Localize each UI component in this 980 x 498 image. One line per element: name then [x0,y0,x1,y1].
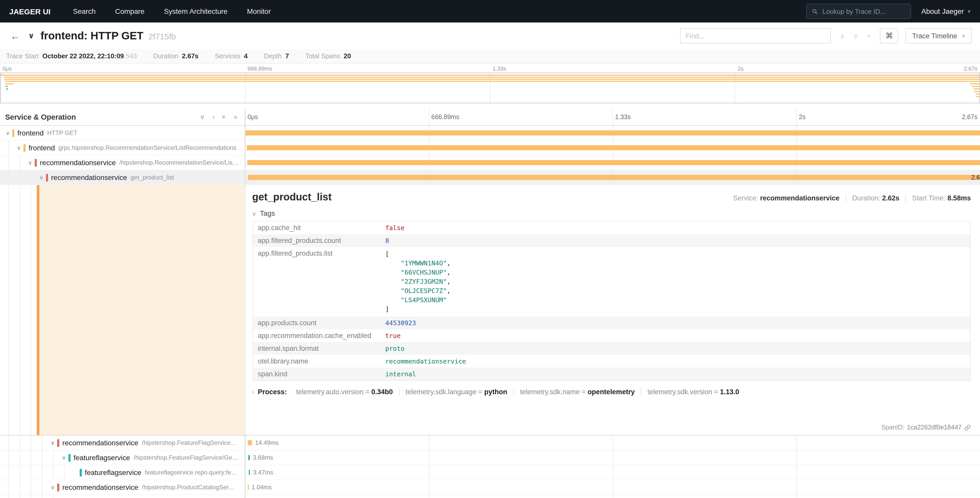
span-timeline-cell[interactable]: 1.04ms [245,480,980,495]
tag-key: otel.library.name [252,355,380,368]
service-name: frontend [29,144,55,152]
prev-result-icon[interactable]: ∧ [840,32,845,40]
back-button[interactable]: ← [8,31,22,41]
nav-item-system-architecture[interactable]: System Architecture [164,7,228,15]
tag-value: 8 [380,234,970,247]
span-timeline-cell[interactable]: 2.62s [245,170,980,185]
trace-title-text: frontend: HTTP GET [40,30,143,42]
tick-label: 2s [799,113,805,120]
span-toggle-icon[interactable]: ∨ [37,174,46,181]
span-timeline-cell[interactable] [245,495,980,498]
span-tree-cell[interactable]: ∨frontendHTTP GET [0,126,245,140]
span-timeline-cell[interactable] [245,140,980,155]
tag-value: recommendationservice [380,355,970,368]
span-bar[interactable] [248,455,250,460]
tag-value: [ "1YMWWN1N4O", "66VCHSJNUP", "2ZYFJ3GM2… [380,247,970,316]
minimap-span-bar [5,83,14,85]
span-timeline-cell[interactable]: 3.47ms [245,465,980,480]
span-id-value: 1ca2262df0e18447 [907,424,962,431]
span-toggle-icon[interactable]: ∨ [3,129,12,136]
minimap-span-bar [970,83,980,85]
span-toggle-icon[interactable]: ∨ [59,454,68,461]
span-toggle-icon[interactable]: ∨ [48,439,57,446]
nav-item-monitor[interactable]: Monitor [247,7,271,15]
process-accordion-toggle[interactable]: ›Process:telemetry.auto.version = 0.34b0… [252,388,971,396]
span-timeline-cell[interactable]: 14.49ms [245,436,980,450]
tag-value: proto [380,342,970,355]
service-color-strip [68,454,70,461]
span-bar[interactable] [248,175,980,180]
app-logo[interactable]: JAEGER UI [9,7,51,16]
service-name: recommendationservice [40,158,116,167]
span-timeline-cell[interactable] [245,155,980,170]
process-attr: telemetry.auto.version = 0.34b0 [290,388,399,396]
keyboard-shortcuts-button[interactable]: ⌘ [880,28,899,43]
copy-link-icon[interactable] [964,424,971,431]
service-color-strip [46,174,48,181]
collapse-header-icon[interactable]: ∨ [28,31,34,40]
span-duration-label: 1.04ms [251,484,272,491]
minimap-canvas[interactable] [0,73,980,103]
span-row[interactable]: ∨frontendgrpc.hipstershop.Recommendation… [0,140,980,155]
span-row[interactable]: ∨frontendHTTP GET [0,126,980,140]
span-row[interactable]: ∨recommendationservice/hipstershop.Recom… [0,155,980,170]
span-timeline-cell[interactable] [245,126,980,140]
nav-item-compare[interactable]: Compare [115,7,144,15]
span-detail-meta: Service: recommendationserviceDuration: … [733,194,971,202]
span-tree-cell[interactable]: ∨recommendationservice/hipstershop.Featu… [0,436,245,450]
span-row[interactable]: ∨featureflagservice/hipstershop.FeatureF… [0,450,980,465]
span-toggle-icon[interactable]: ∨ [14,144,24,151]
tag-value: 44530923 [380,316,970,329]
span-tree-cell[interactable]: ∨recommendationservice/hipstershop.Recom… [0,155,245,170]
collapse-one-icon[interactable]: › [212,113,215,121]
timeline-minimap: 0μs666.89ms1.33s2s2.67s [0,64,980,103]
tag-value: internal [380,368,970,381]
span-row[interactable]: featureflagservicefeatureflagservice.rep… [0,465,980,480]
collapse-all-icon[interactable]: » [234,113,237,121]
minimap-span-bar [975,91,980,92]
service-name: featureflagservice [85,468,141,477]
span-bar[interactable] [245,130,980,136]
span-bar[interactable] [248,440,252,445]
span-tree-cell[interactable]: ∨recommendationservice/hipstershop.Produ… [0,480,245,495]
tag-row: app.cache_hitfalse [252,221,970,234]
trace-id-search-input[interactable] [822,7,906,16]
tick-label: 666.89ms [431,113,459,120]
expand-one-icon[interactable]: ∨ [200,113,205,121]
service-name: recommendationservice [51,173,127,182]
span-tree-cell[interactable]: featureflagservicefeatureflagservice.rep… [0,465,245,480]
span-bar[interactable] [248,470,250,475]
arrow-left-icon: ← [10,30,20,41]
tag-value-list: [ "1YMWWN1N4O", "66VCHSJNUP", "2ZYFJ3GM2… [385,249,965,314]
span-toggle-icon[interactable]: ∨ [48,484,57,491]
span-tree-cell[interactable]: ∨frontendgrpc.hipstershop.Recommendation… [0,140,245,155]
next-result-icon[interactable]: ∨ [854,32,858,40]
span-bar[interactable] [248,485,249,490]
find-input[interactable] [680,28,831,43]
span-toggle-icon[interactable]: ∨ [25,159,35,166]
tags-accordion-toggle[interactable]: ∨Tags [252,209,971,217]
minimap-span-bar [0,75,980,76]
about-jaeger-menu[interactable]: About Jaeger ∨ [921,7,971,15]
span-row[interactable] [0,495,980,498]
span-row[interactable]: ∨recommendationservice/hipstershop.Featu… [0,436,980,450]
trace-title: frontend: HTTP GET 2f715fb [40,30,176,42]
span-tree-cell[interactable] [0,495,245,498]
span-timeline-cell[interactable]: 3.68ms [245,450,980,465]
minimap-span-bar [4,81,980,82]
service-color-strip [57,484,59,491]
clear-find-icon[interactable]: × [867,32,871,40]
trace-view-selector[interactable]: Trace Timeline ∨ [906,28,972,43]
span-tree-cell[interactable]: ∨recommendationserviceget_product_list [0,170,245,185]
tag-row: otel.library.namerecommendationservice [252,355,970,368]
span-row[interactable]: ∨recommendationserviceget_product_list2.… [0,170,980,185]
expand-all-icon[interactable]: » [220,115,228,119]
nav-item-search[interactable]: Search [73,7,96,15]
span-bar[interactable] [247,160,980,165]
tick-label: 666.89ms [248,65,272,72]
timeline-header: Service & Operation ∨›»» 0μs666.89ms1.33… [0,109,980,126]
span-tree-cell[interactable]: ∨featureflagservice/hipstershop.FeatureF… [0,450,245,465]
span-bar[interactable] [247,145,980,150]
span-row[interactable]: ∨recommendationservice/hipstershop.Produ… [0,480,980,495]
trace-view-label: Trace Timeline [912,32,957,40]
